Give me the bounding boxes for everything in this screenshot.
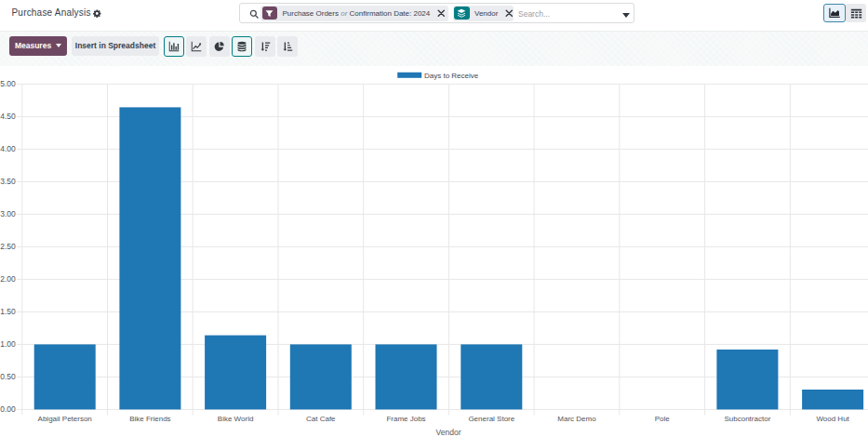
svg-text:General Store: General Store [468, 415, 514, 423]
svg-text:Subcontractor: Subcontractor [724, 415, 770, 423]
svg-text:4.50: 4.50 [0, 112, 16, 121]
svg-text:5.00: 5.00 [0, 79, 16, 88]
svg-text:0.50: 0.50 [0, 372, 16, 381]
svg-text:2.50: 2.50 [0, 242, 16, 251]
svg-text:3.00: 3.00 [0, 209, 16, 218]
svg-text:Days to Receive: Days to Receive [424, 72, 479, 80]
svg-text:Bike World: Bike World [218, 415, 254, 423]
svg-text:Frame Jobs: Frame Jobs [386, 415, 425, 423]
svg-text:2.00: 2.00 [0, 274, 16, 284]
svg-text:3.50: 3.50 [0, 177, 16, 186]
svg-text:Cat Cafe: Cat Cafe [306, 415, 336, 423]
svg-text:Abigail Peterson: Abigail Peterson [38, 415, 92, 423]
svg-text:4.00: 4.00 [0, 144, 16, 153]
svg-text:Vendor: Vendor [436, 428, 461, 437]
svg-text:0.00: 0.00 [0, 404, 16, 414]
svg-text:Wood Hut: Wood Hut [816, 415, 849, 423]
svg-text:1.00: 1.00 [0, 339, 16, 349]
svg-text:1.50: 1.50 [0, 307, 16, 316]
svg-text:Pole: Pole [655, 415, 671, 423]
svg-text:Marc Demo: Marc Demo [557, 415, 596, 423]
svg-text:Bike Friends: Bike Friends [129, 415, 170, 423]
